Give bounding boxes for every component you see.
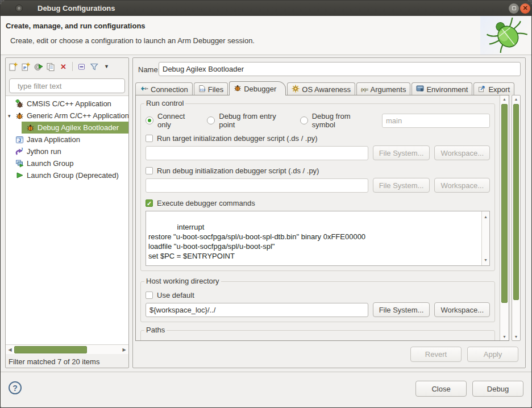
close-button[interactable]: Close bbox=[415, 381, 467, 397]
delete-configuration-icon[interactable]: ✕ bbox=[58, 61, 69, 72]
use-default-checkbox[interactable] bbox=[146, 292, 153, 299]
tree-item-cmsis[interactable]: CMSIS C/C++ Application bbox=[6, 98, 128, 110]
connect-only-radio[interactable] bbox=[146, 116, 153, 124]
duplicate-configuration-icon[interactable] bbox=[45, 61, 56, 72]
symbol-input[interactable] bbox=[382, 114, 490, 128]
configurations-tree: CMSIS C/C++ Application ▾ Generic Arm C/… bbox=[6, 95, 128, 344]
banner-title: Create, manage, and run configurations bbox=[6, 22, 146, 30]
target-file-system-button[interactable]: File System... bbox=[373, 145, 430, 160]
scroll-up-icon[interactable]: ▲ bbox=[512, 97, 520, 101]
collapse-all-icon[interactable] bbox=[76, 61, 87, 72]
host-working-directory-group: Host working directory Use default File … bbox=[140, 281, 495, 322]
new-configuration-icon[interactable] bbox=[8, 61, 19, 72]
arm-bug-icon bbox=[15, 111, 24, 120]
tab-export[interactable]: Export bbox=[473, 82, 514, 95]
debug-symbol-radio[interactable] bbox=[300, 116, 308, 124]
java-icon: J bbox=[15, 135, 24, 144]
configuration-editor: Name: Connection 010 Files Debugger OS bbox=[132, 57, 526, 368]
debug-symbol-label: Debug from symbol bbox=[312, 112, 375, 129]
tab-debugger[interactable]: Debugger bbox=[229, 81, 286, 95]
name-label: Name: bbox=[138, 65, 160, 74]
tab-environment[interactable]: Environment bbox=[412, 82, 472, 95]
tree-item-label: CMSIS C/C++ Application bbox=[27, 99, 111, 108]
connect-only-label: Connect only bbox=[157, 112, 200, 129]
expander-icon[interactable]: ▾ bbox=[8, 113, 15, 119]
tree-item-jython[interactable]: J Jython run bbox=[6, 145, 128, 157]
tab-bar: Connection 010 Files Debugger OS Awarene… bbox=[135, 81, 516, 95]
scroll-up-icon[interactable]: ▲ bbox=[482, 212, 489, 222]
debug-entry-label: Debug from entry point bbox=[219, 112, 292, 129]
debugger-commands-textarea[interactable]: interrupt restore "u-boot-socfpga/spl/u-… bbox=[146, 211, 490, 266]
tree-item-launch-group[interactable]: Launch Group bbox=[6, 157, 128, 169]
host-workspace-button[interactable]: Workspace... bbox=[434, 302, 490, 317]
tree-item-label: Launch Group bbox=[27, 159, 73, 168]
tab-label: Arguments bbox=[371, 85, 406, 94]
debug-entry-radio[interactable] bbox=[207, 116, 215, 124]
tab-os-awareness[interactable]: OS Awareness bbox=[287, 82, 355, 95]
host-directory-input[interactable] bbox=[146, 303, 368, 317]
scrollbar-thumb[interactable] bbox=[501, 104, 508, 303]
debug-configurations-dialog: Debug Configurations ✕ Create, manage, a… bbox=[0, 0, 532, 408]
filter-status-text: Filter matched 7 of 20 items bbox=[9, 357, 99, 366]
tree-item-launch-group-deprecated[interactable]: Launch Group (Deprecated) bbox=[6, 169, 128, 181]
debug-workspace-button[interactable]: Workspace... bbox=[434, 178, 490, 193]
tree-item-java[interactable]: J Java Application bbox=[6, 134, 128, 145]
apply-button[interactable]: Apply bbox=[467, 347, 518, 362]
help-button[interactable]: ? bbox=[9, 381, 22, 394]
svg-text:010: 010 bbox=[200, 88, 205, 91]
maximize-icon bbox=[512, 6, 516, 10]
launch-group-icon bbox=[15, 159, 24, 168]
group-title: Run control bbox=[144, 99, 185, 107]
debug-script-checkbox[interactable] bbox=[146, 167, 153, 174]
tree-item-generic-arm[interactable]: ▾ Generic Arm C/C++ Application bbox=[6, 110, 128, 122]
export-configurations-icon[interactable] bbox=[33, 61, 44, 72]
name-input[interactable] bbox=[159, 62, 521, 76]
tree-item-debug-agilex[interactable]: Debug Agilex Bootloader bbox=[22, 122, 128, 134]
scrollbar-thumb[interactable] bbox=[14, 346, 87, 353]
tree-horizontal-scrollbar[interactable]: ◀ ▶ bbox=[6, 344, 128, 354]
target-script-checkbox[interactable] bbox=[146, 135, 153, 142]
debug-script-path-input[interactable] bbox=[146, 178, 368, 193]
execute-commands-checkbox[interactable]: ✓ bbox=[146, 199, 153, 207]
window-menu-icon[interactable] bbox=[15, 5, 23, 12]
tab-label: Environment bbox=[426, 85, 468, 94]
host-file-system-button[interactable]: File System... bbox=[373, 302, 430, 317]
new-prototype-icon[interactable]: P bbox=[20, 61, 31, 72]
export-icon bbox=[478, 85, 486, 94]
group-title: Host working directory bbox=[144, 277, 221, 285]
tab-label: OS Awareness bbox=[302, 85, 351, 94]
bug-banner-icon bbox=[486, 18, 528, 55]
maximize-button[interactable] bbox=[509, 3, 519, 14]
view-menu-icon[interactable]: ▼ bbox=[101, 61, 112, 72]
tab-label: Connection bbox=[151, 85, 188, 94]
debug-button[interactable]: Debug bbox=[472, 381, 523, 397]
scroll-down-icon[interactable]: ▼ bbox=[512, 335, 520, 339]
tab-files[interactable]: 010 Files bbox=[194, 82, 228, 95]
svg-text:J: J bbox=[21, 147, 23, 151]
target-script-path-input[interactable] bbox=[146, 146, 368, 160]
filter-input[interactable] bbox=[9, 78, 125, 93]
target-workspace-button[interactable]: Workspace... bbox=[434, 145, 490, 160]
scroll-down-icon[interactable]: ▼ bbox=[500, 335, 509, 339]
scroll-right-icon[interactable]: ▶ bbox=[120, 347, 128, 352]
dialog-content: P ✕ ▼ bbox=[1, 55, 531, 372]
scroll-left-icon[interactable]: ◀ bbox=[6, 347, 14, 352]
scroll-up-icon[interactable]: ▲ bbox=[500, 97, 509, 101]
debug-file-system-button[interactable]: File System... bbox=[373, 178, 430, 193]
commands-scrollbar[interactable]: ▲ ▼ bbox=[481, 211, 489, 265]
editor-scrollbar[interactable]: ▲ ▼ bbox=[512, 95, 521, 341]
arm-bug-icon bbox=[26, 123, 35, 132]
connection-icon bbox=[140, 85, 148, 94]
arguments-icon: (x)= bbox=[361, 87, 368, 92]
tab-connection[interactable]: Connection bbox=[135, 82, 193, 95]
scroll-down-icon[interactable]: ▼ bbox=[482, 255, 489, 265]
close-window-button[interactable]: ✕ bbox=[520, 3, 530, 14]
tab-panel-scrollbar[interactable]: ▲ ▼ bbox=[500, 95, 509, 340]
revert-button[interactable]: Revert bbox=[410, 347, 462, 362]
filter-icon[interactable] bbox=[89, 61, 99, 72]
tree-item-label: Generic Arm C/C++ Application bbox=[27, 111, 128, 120]
debug-script-label: Run debug initialization debugger script… bbox=[157, 166, 319, 175]
titlebar[interactable]: Debug Configurations ✕ bbox=[1, 1, 531, 16]
tab-arguments[interactable]: (x)= Arguments bbox=[356, 82, 410, 95]
scrollbar-thumb[interactable] bbox=[513, 104, 519, 300]
